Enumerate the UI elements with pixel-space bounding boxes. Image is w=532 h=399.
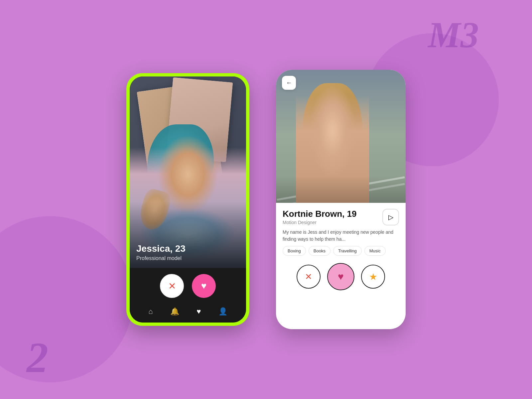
phone-left-wrapper: Jessica, 23 Professional model ✕ ♥ ⌂ bbox=[126, 73, 249, 326]
profile-name-right: Kortnie Brown, 19 bbox=[283, 209, 356, 219]
star-icon: ★ bbox=[369, 271, 377, 282]
bg-decoration-circle-left bbox=[0, 216, 133, 382]
dismiss-button-left[interactable]: ✕ bbox=[160, 274, 184, 298]
phones-container: Jessica, 23 Professional model ✕ ♥ ⌂ bbox=[126, 70, 406, 329]
nav-bell-icon[interactable]: 🔔 bbox=[170, 307, 179, 316]
heart-icon-right: ♥ bbox=[338, 271, 344, 282]
profile-title-left: Professional model bbox=[136, 255, 239, 261]
like-button-left[interactable]: ♥ bbox=[192, 274, 216, 298]
send-button[interactable]: ▷ bbox=[382, 209, 399, 225]
interest-travelling: Travelling bbox=[333, 246, 362, 256]
profile-photo-left: Jessica, 23 Professional model bbox=[130, 76, 246, 268]
phone-right-content: Kortnie Brown, 19 Motion Designer ▷ My n… bbox=[276, 203, 406, 329]
profile-job-right: Motion Designer bbox=[283, 220, 356, 225]
back-arrow-icon: ← bbox=[286, 79, 292, 86]
interest-boxing: Boxing bbox=[283, 246, 306, 256]
phone-right-screen: ← Kortnie Brown, 19 Motion Designer ▷ My… bbox=[276, 70, 406, 329]
photo-bottom-fade bbox=[276, 176, 406, 203]
profile-header-right: Kortnie Brown, 19 Motion Designer ▷ bbox=[283, 209, 399, 225]
nav-person-icon[interactable]: 👤 bbox=[218, 307, 227, 316]
x-icon-right: ✕ bbox=[305, 272, 312, 282]
deco-letter-m3: M3 bbox=[428, 17, 479, 53]
phone-left-green-frame: Jessica, 23 Professional model ✕ ♥ ⌂ bbox=[126, 73, 249, 326]
x-icon: ✕ bbox=[168, 281, 176, 292]
profile-overlay: Jessica, 23 Professional model bbox=[130, 201, 246, 268]
profile-bio: My name is Jess and I enjoy meeting new … bbox=[283, 229, 399, 243]
profile-name-left: Jessica, 23 bbox=[136, 243, 239, 254]
send-icon: ▷ bbox=[388, 213, 393, 221]
like-button-right[interactable]: ♥ bbox=[327, 263, 354, 290]
action-buttons-left: ✕ ♥ bbox=[130, 268, 246, 303]
profile-photo-right: ← bbox=[276, 70, 406, 203]
heart-icon-left: ♥ bbox=[201, 281, 207, 291]
nav-heart-icon[interactable]: ♥ bbox=[197, 307, 201, 316]
interest-books: Books bbox=[309, 246, 331, 256]
action-buttons-right: ✕ ♥ ★ bbox=[283, 259, 399, 296]
interests-row: Boxing Books Travelling Music bbox=[283, 246, 399, 256]
profile-name-right-container: Kortnie Brown, 19 Motion Designer bbox=[283, 209, 356, 225]
interest-music: Music bbox=[364, 246, 386, 256]
star-button-right[interactable]: ★ bbox=[361, 265, 385, 289]
phone-left-screen: Jessica, 23 Professional model ✕ ♥ ⌂ bbox=[130, 76, 246, 323]
back-button[interactable]: ← bbox=[282, 76, 296, 90]
deco-number-2: 2 bbox=[27, 336, 48, 379]
nav-home-icon[interactable]: ⌂ bbox=[148, 307, 153, 316]
dismiss-button-right[interactable]: ✕ bbox=[297, 265, 321, 289]
bottom-nav: ⌂ 🔔 ♥ 👤 bbox=[130, 303, 246, 323]
